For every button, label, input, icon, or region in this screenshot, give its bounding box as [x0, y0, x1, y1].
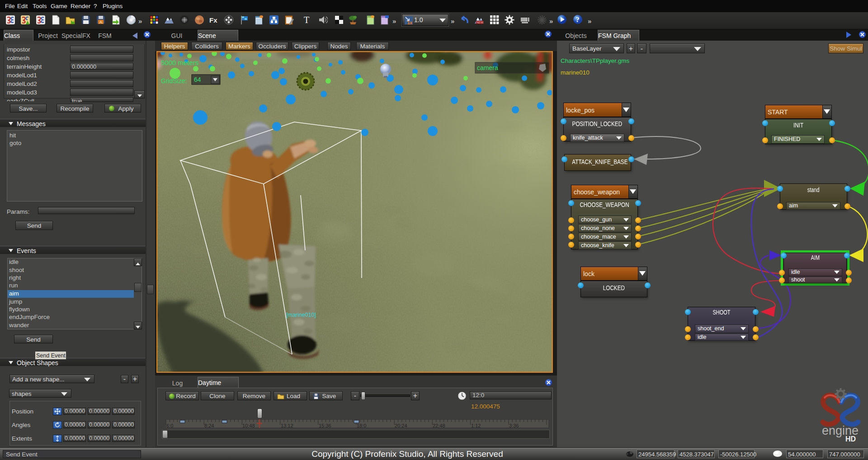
svg-text:1x: 1x [407, 20, 413, 25]
svg-text:10:48: 10:48 [242, 423, 255, 428]
svg-text:Fx: Fx [209, 16, 217, 24]
svg-text:1:12: 1:12 [471, 423, 481, 428]
svg-text:NEW: NEW [476, 21, 484, 24]
svg-text:A: A [99, 20, 102, 24]
svg-text:8:24: 8:24 [204, 423, 214, 428]
svg-text:18:0: 18:0 [357, 423, 366, 428]
svg-text:[marine010]: [marine010] [286, 312, 316, 318]
svg-text:HD: HD [845, 435, 856, 443]
svg-text:6:0: 6:0 [166, 423, 173, 428]
svg-text:3:36: 3:36 [509, 423, 519, 428]
svg-text:T: T [304, 15, 309, 25]
svg-text:?: ? [576, 16, 580, 23]
svg-text:20:24: 20:24 [395, 423, 407, 428]
svg-text:GridSize:: GridSize: [161, 77, 187, 84]
svg-text:13:12: 13:12 [281, 423, 293, 428]
svg-text:22:48: 22:48 [433, 423, 445, 428]
svg-text:64: 64 [194, 76, 201, 83]
svg-text:camera: camera [477, 64, 498, 71]
svg-text:15:36: 15:36 [319, 423, 331, 428]
svg-text:5000 meters: 5000 meters [161, 59, 198, 66]
